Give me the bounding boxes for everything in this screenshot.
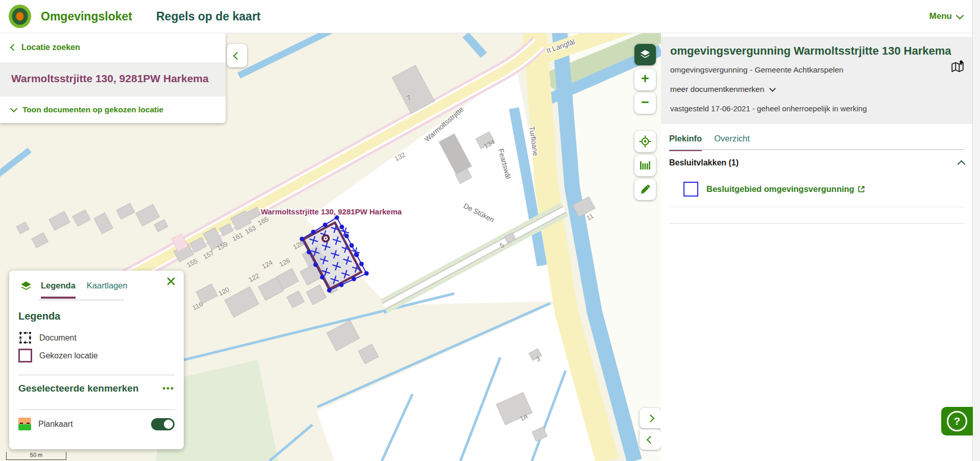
measure-icon <box>639 159 651 172</box>
show-documents-label: Toon documenten op gekozen locatie <box>22 105 163 114</box>
close-legend-button[interactable] <box>166 277 177 287</box>
collapse-right-panel-button[interactable] <box>640 429 661 450</box>
menu-label: Menu <box>929 11 952 21</box>
more-label: meer documentkenmerken <box>670 85 764 94</box>
show-documents-toggle[interactable]: Toon documenten op gekozen locatie <box>0 96 226 123</box>
app-header: Omgevingsloket Regels op de kaart Menu <box>0 0 980 33</box>
page-title[interactable]: Regels op de kaart <box>156 0 261 33</box>
divider <box>18 409 175 410</box>
besluitgebied-label: Besluitgebied omgevingsvergunning <box>706 184 854 194</box>
scrollbar-track[interactable] <box>972 0 980 461</box>
menu-button[interactable]: Menu <box>929 0 963 33</box>
document-subtitle: omgevingsvergunning - Gemeente Achtkarsp… <box>670 65 963 75</box>
legend-item-gekozen-locatie: Gekozen locatie <box>18 349 98 362</box>
legend-item-label: Document <box>39 333 77 343</box>
chosen-location-marker <box>323 235 329 241</box>
legend-panel: Legenda Kaartlagen Legenda Document <box>9 271 184 449</box>
minus-icon: − <box>641 95 649 109</box>
crosshair-icon <box>639 135 652 148</box>
besluitgebied-swatch-icon <box>683 182 698 197</box>
tab-plekinfo[interactable]: Plekinfo <box>669 134 702 151</box>
zoom-out-button[interactable]: − <box>634 92 656 114</box>
selected-location-label: Warmoltsstrjitte 130, 9281PW Harkema <box>261 207 402 216</box>
overflow-menu-button[interactable]: ••• <box>162 383 175 394</box>
question-mark-icon: ? <box>947 411 967 431</box>
layer-label: Plankaart <box>38 420 73 429</box>
legend-item-document: Document <box>18 331 77 345</box>
layer-row-plankaart: Plankaart <box>18 418 175 430</box>
section-title: Besluitvlakken (1) <box>669 158 739 167</box>
legend-item-label: Gekozen locatie <box>39 351 98 360</box>
chevron-down-icon <box>770 85 776 92</box>
more-document-attributes[interactable]: meer documentkenmerken <box>670 85 963 94</box>
chevron-left-icon <box>233 52 241 60</box>
tab-underline <box>38 300 124 300</box>
tab-overzicht[interactable]: Overzicht <box>714 134 750 151</box>
chevron-down-icon <box>10 105 17 112</box>
divider <box>18 375 175 375</box>
legend-heading: Legenda <box>18 310 60 322</box>
divider <box>669 223 964 224</box>
show-on-map-button[interactable] <box>950 59 965 76</box>
chevron-left-icon <box>646 435 654 444</box>
scale-label: 50 m <box>30 452 42 458</box>
document-title: omgevingsvergunning Warmoltsstrjitte 130… <box>670 44 963 58</box>
back-to-location-search[interactable]: Locatie zoeken <box>0 33 226 62</box>
besluitvlakken-section-header[interactable]: Besluitvlakken (1) <box>669 158 964 167</box>
close-icon <box>166 277 176 286</box>
legend-tabs: Legenda Kaartlagen <box>41 280 128 299</box>
document-detail-panel: omgevingsvergunning Warmoltsstrjitte 130… <box>661 33 973 461</box>
help-button[interactable]: ? <box>941 407 973 435</box>
draw-button[interactable] <box>634 179 656 200</box>
map-scale-bar: 50 m <box>6 452 66 460</box>
plus-icon: + <box>641 72 649 86</box>
measure-button[interactable] <box>634 155 656 176</box>
back-label: Locatie zoeken <box>21 43 80 52</box>
document-swatch-icon <box>18 331 32 345</box>
plankaart-swatch-icon <box>18 418 31 430</box>
selected-features-heading: Geselecteerde kenmerken <box>18 383 139 394</box>
location-panel: Locatie zoeken Warmoltsstrjitte 130, 928… <box>0 33 226 123</box>
chevron-right-icon <box>646 414 654 422</box>
detail-tabs: Plekinfo Overzicht <box>669 134 750 151</box>
layers-icon <box>639 48 651 61</box>
chevron-left-icon <box>10 44 17 51</box>
app-window: 155 157 159 161 163 165 116 120 122 124 … <box>0 0 980 461</box>
tab-legenda[interactable]: Legenda <box>41 281 76 299</box>
locate-me-button[interactable] <box>634 131 656 152</box>
selected-address: Warmoltsstrjitte 130, 9281PW Harkema <box>0 62 226 96</box>
besluitgebied-item[interactable]: Besluitgebied omgevingsvergunning <box>683 182 865 197</box>
external-link-icon <box>857 185 865 193</box>
document-header: omgevingsvergunning Warmoltsstrjitte 130… <box>661 37 973 124</box>
app-title[interactable]: Omgevingsloket <box>41 0 132 33</box>
chosen-location-swatch-icon <box>18 349 32 362</box>
zoom-in-button[interactable]: + <box>634 69 656 90</box>
expand-right-panel-button[interactable] <box>640 408 661 428</box>
tab-kaartlagen[interactable]: Kaartlagen <box>87 281 128 299</box>
chevron-down-icon <box>956 11 964 19</box>
chevron-up-icon <box>958 160 966 168</box>
map-icon <box>950 59 965 74</box>
plankaart-toggle[interactable] <box>151 418 175 430</box>
layers-button[interactable] <box>634 44 656 65</box>
collapse-left-panel-button[interactable] <box>227 44 247 67</box>
omgevingsloket-logo <box>8 5 32 28</box>
tab-underline <box>669 149 964 150</box>
divider <box>669 207 964 207</box>
layers-icon <box>19 280 33 293</box>
document-status: vastgesteld 17-06-2021 - geheel onherroe… <box>670 104 963 113</box>
pencil-icon <box>639 183 651 196</box>
